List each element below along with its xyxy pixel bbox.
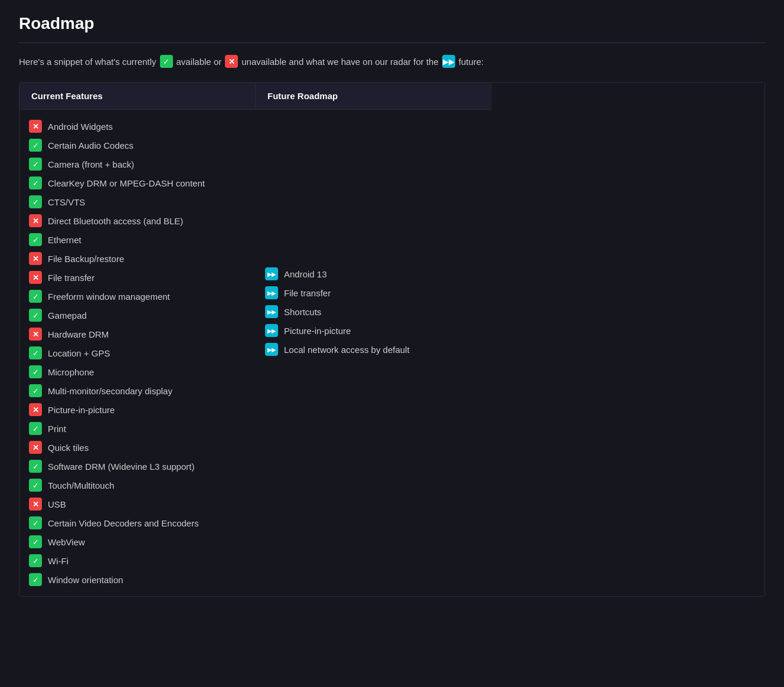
x-icon: ✕ [29, 328, 42, 341]
future-icon: ▶▶ [265, 305, 278, 318]
feature-label: Wi-Fi [48, 556, 68, 566]
table-body: ✕Android Widgets✓Certain Audio Codecs✓Ca… [19, 110, 492, 596]
check-icon: ✓ [29, 158, 42, 171]
feature-label: USB [48, 499, 66, 509]
list-item: ✓Wi-Fi [29, 551, 246, 570]
feature-label: WebView [48, 537, 85, 547]
list-item: ▶▶Picture-in-picture [265, 321, 482, 340]
list-item: ✕Hardware DRM [29, 325, 246, 344]
list-item: ✓Touch/Multitouch [29, 476, 246, 495]
future-icon-intro: ▶▶ [442, 55, 455, 68]
col-header-future: Future Roadmap [256, 83, 492, 110]
check-icon: ✓ [29, 195, 42, 208]
check-icon: ✓ [29, 139, 42, 152]
list-item: ✓Microphone [29, 362, 246, 381]
current-features-list: ✕Android Widgets✓Certain Audio Codecs✓Ca… [19, 110, 256, 596]
list-item: ✕Picture-in-picture [29, 400, 246, 419]
feature-label: Certain Audio Codecs [48, 140, 133, 151]
list-item: ✓Window orientation [29, 570, 246, 589]
list-item: ✓CTS/VTS [29, 192, 246, 211]
check-icon: ✓ [29, 290, 42, 303]
feature-label: Multi-monitor/secondary display [48, 386, 172, 396]
roadmap-table: Current Features Future Roadmap ✕Android… [19, 82, 765, 597]
list-item: ✓Ethernet [29, 230, 246, 249]
feature-label: Touch/Multitouch [48, 480, 115, 490]
feature-label: Window orientation [48, 575, 123, 585]
title-divider [19, 42, 765, 43]
list-item: ✓Certain Audio Codecs [29, 136, 246, 155]
feature-label: Android Widgets [48, 122, 113, 132]
x-icon: ✕ [29, 441, 42, 454]
list-item: ▶▶Local network access by default [265, 340, 482, 359]
feature-label: Direct Bluetooth access (and BLE) [48, 216, 183, 226]
list-item: ✕Direct Bluetooth access (and BLE) [29, 211, 246, 230]
list-item: ▶▶File transfer [265, 283, 482, 302]
list-item: ✓Gamepad [29, 306, 246, 325]
future-icon: ▶▶ [265, 343, 278, 356]
x-icon-intro: ✕ [225, 55, 238, 68]
future-icon: ▶▶ [265, 286, 278, 299]
x-icon: ✕ [29, 403, 42, 416]
check-icon: ✓ [29, 422, 42, 435]
check-icon: ✓ [29, 233, 42, 246]
check-icon: ✓ [29, 573, 42, 586]
check-icon: ✓ [29, 460, 42, 473]
feature-label: Microphone [48, 367, 94, 377]
list-item: ✓Location + GPS [29, 344, 246, 362]
feature-label: Picture-in-picture [48, 405, 115, 415]
future-label: File transfer [284, 288, 331, 298]
check-icon: ✓ [29, 346, 42, 359]
list-item: ✓Print [29, 419, 246, 438]
list-item: ✕File Backup/restore [29, 249, 246, 268]
future-label: Android 13 [284, 269, 327, 279]
check-icon: ✓ [29, 554, 42, 567]
check-icon: ✓ [29, 479, 42, 492]
list-item: ▶▶Shortcuts [265, 302, 482, 321]
x-icon: ✕ [29, 252, 42, 265]
x-icon: ✕ [29, 214, 42, 227]
future-roadmap-inner: ▶▶Android 13▶▶File transfer▶▶Shortcuts▶▶… [265, 117, 482, 359]
future-label: Picture-in-picture [284, 326, 351, 336]
list-item: ✕File transfer [29, 268, 246, 287]
list-item: ✓ClearKey DRM or MPEG-DASH content [29, 174, 246, 192]
feature-label: Ethernet [48, 235, 81, 245]
future-icon: ▶▶ [265, 324, 278, 337]
list-item: ✕USB [29, 495, 246, 513]
future-label: Shortcuts [284, 307, 321, 317]
list-item: ✓Camera (front + back) [29, 155, 246, 174]
future-label: Local network access by default [284, 345, 410, 355]
check-icon: ✓ [29, 309, 42, 322]
check-icon: ✓ [29, 516, 42, 529]
feature-label: Camera (front + back) [48, 159, 134, 169]
x-icon: ✕ [29, 271, 42, 284]
list-item: ✕Android Widgets [29, 117, 246, 136]
feature-label: Location + GPS [48, 348, 110, 358]
future-icon: ▶▶ [265, 267, 278, 280]
list-item: ✓WebView [29, 532, 246, 551]
table-headers: Current Features Future Roadmap [19, 83, 492, 110]
check-icon: ✓ [29, 176, 42, 189]
feature-label: Certain Video Decoders and Encoders [48, 518, 199, 528]
intro-text-part2: available or [177, 57, 222, 67]
list-item: ✕Quick tiles [29, 438, 246, 457]
feature-label: Software DRM (Widevine L3 support) [48, 462, 194, 472]
list-item: ✓Software DRM (Widevine L3 support) [29, 457, 246, 476]
check-icon: ✓ [29, 535, 42, 548]
feature-label: Gamepad [48, 310, 87, 320]
x-icon: ✕ [29, 120, 42, 133]
list-item: ✓Multi-monitor/secondary display [29, 381, 246, 400]
list-item: ✓Freeform window management [29, 287, 246, 306]
list-item: ✓Certain Video Decoders and Encoders [29, 513, 246, 532]
page-title: Roadmap [19, 14, 765, 33]
list-item: ▶▶Android 13 [265, 264, 482, 283]
intro-text-part4: future: [459, 57, 484, 67]
check-icon-intro: ✓ [160, 55, 173, 68]
feature-label: Hardware DRM [48, 329, 109, 339]
check-icon: ✓ [29, 384, 42, 397]
intro-text: Here's a snippet of what's currently ✓ a… [19, 55, 765, 68]
feature-label: ClearKey DRM or MPEG-DASH content [48, 178, 205, 188]
feature-label: CTS/VTS [48, 197, 85, 207]
check-icon: ✓ [29, 365, 42, 378]
x-icon: ✕ [29, 498, 42, 511]
feature-label: Freeform window management [48, 292, 170, 302]
